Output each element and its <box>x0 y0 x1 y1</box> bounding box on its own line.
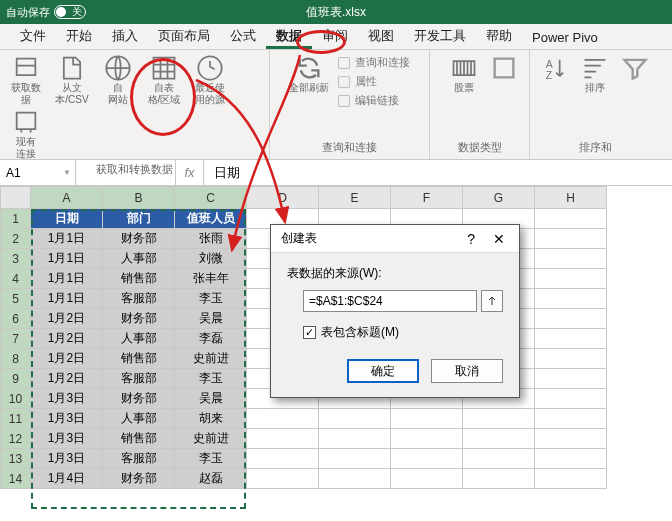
cell[interactable]: 1月2日 <box>31 309 103 329</box>
cell[interactable]: 1月2日 <box>31 349 103 369</box>
tab-审阅[interactable]: 审阅 <box>312 23 358 49</box>
col-header-E[interactable]: E <box>319 187 391 209</box>
cell[interactable]: 财务部 <box>103 469 175 489</box>
cell[interactable]: 1月3日 <box>31 389 103 409</box>
tab-数据[interactable]: 数据 <box>266 23 312 49</box>
cell[interactable]: 客服部 <box>103 289 175 309</box>
ribbon-button-自表格/区域[interactable]: 自表格/区域 <box>142 54 186 106</box>
cell[interactable]: 1月3日 <box>31 449 103 469</box>
ribbon-button-现有连接[interactable]: 现有连接 <box>4 108 48 160</box>
cell[interactable] <box>463 429 535 449</box>
cell[interactable] <box>391 469 463 489</box>
cell[interactable]: 史前进 <box>175 429 247 449</box>
cell[interactable] <box>247 449 319 469</box>
ok-button[interactable]: 确定 <box>347 359 419 383</box>
stocks-button[interactable]: 股票 <box>442 54 486 94</box>
cell[interactable]: 李玉 <box>175 289 247 309</box>
cell[interactable]: 人事部 <box>103 329 175 349</box>
refresh-all-button[interactable]: 全部刷新 <box>287 54 331 109</box>
row-header-8[interactable]: 8 <box>1 349 31 369</box>
cell[interactable]: 人事部 <box>103 249 175 269</box>
cell[interactable]: 1月2日 <box>31 369 103 389</box>
cell[interactable]: 赵磊 <box>175 469 247 489</box>
cell[interactable] <box>391 449 463 469</box>
cell[interactable]: 李磊 <box>175 329 247 349</box>
cell[interactable] <box>535 369 607 389</box>
tab-公式[interactable]: 公式 <box>220 23 266 49</box>
ribbon-button-最近使用的源[interactable]: 最近使用的源 <box>188 54 232 106</box>
ribbon-button-自网站[interactable]: 自网站 <box>96 54 140 106</box>
tab-文件[interactable]: 文件 <box>10 23 56 49</box>
col-header-G[interactable]: G <box>463 187 535 209</box>
row-header-7[interactable]: 7 <box>1 329 31 349</box>
cell[interactable]: 胡来 <box>175 409 247 429</box>
cell[interactable] <box>319 409 391 429</box>
more-datatypes[interactable] <box>490 54 518 94</box>
ribbon-item-属性[interactable]: 属性 <box>335 73 412 90</box>
cell[interactable]: 李玉 <box>175 449 247 469</box>
cell[interactable] <box>391 429 463 449</box>
row-header-11[interactable]: 11 <box>1 409 31 429</box>
sort-asc-button[interactable]: AZ <box>541 54 569 94</box>
cell[interactable]: 刘微 <box>175 249 247 269</box>
cell[interactable] <box>247 409 319 429</box>
cell[interactable]: 史前进 <box>175 349 247 369</box>
cell[interactable]: 销售部 <box>103 269 175 289</box>
cell[interactable] <box>535 209 607 229</box>
col-header-H[interactable]: H <box>535 187 607 209</box>
cell[interactable] <box>319 429 391 449</box>
cell[interactable]: 财务部 <box>103 389 175 409</box>
cell[interactable] <box>535 349 607 369</box>
tab-开始[interactable]: 开始 <box>56 23 102 49</box>
tab-插入[interactable]: 插入 <box>102 23 148 49</box>
headers-checkbox[interactable]: ✓ <box>303 326 316 339</box>
cell[interactable]: 人事部 <box>103 409 175 429</box>
range-picker-icon[interactable] <box>481 290 503 312</box>
col-header-C[interactable]: C <box>175 187 247 209</box>
cell[interactable] <box>535 329 607 349</box>
tab-开发工具[interactable]: 开发工具 <box>404 23 476 49</box>
cell[interactable] <box>247 429 319 449</box>
cell[interactable]: 吴晨 <box>175 309 247 329</box>
cell[interactable]: 李玉 <box>175 369 247 389</box>
row-header-9[interactable]: 9 <box>1 369 31 389</box>
cell[interactable]: 1月1日 <box>31 229 103 249</box>
col-header-D[interactable]: D <box>247 187 319 209</box>
row-header-12[interactable]: 12 <box>1 429 31 449</box>
name-box[interactable]: A1▼ <box>0 160 76 185</box>
fx-icon[interactable]: fx <box>176 160 204 185</box>
row-header-3[interactable]: 3 <box>1 249 31 269</box>
ribbon-item-查询和连接[interactable]: 查询和连接 <box>335 54 412 71</box>
cell[interactable] <box>535 309 607 329</box>
cell[interactable]: 1月2日 <box>31 329 103 349</box>
formula-bar[interactable]: 日期 <box>204 160 672 185</box>
tab-视图[interactable]: 视图 <box>358 23 404 49</box>
cell[interactable]: 张雨 <box>175 229 247 249</box>
cell[interactable] <box>535 429 607 449</box>
close-icon[interactable]: ✕ <box>485 231 513 247</box>
source-input[interactable] <box>303 290 477 312</box>
cell[interactable]: 客服部 <box>103 369 175 389</box>
cell[interactable]: 1月3日 <box>31 429 103 449</box>
filter-button[interactable] <box>621 54 649 94</box>
cell[interactable] <box>319 469 391 489</box>
cell[interactable] <box>463 409 535 429</box>
row-header-5[interactable]: 5 <box>1 289 31 309</box>
cell[interactable] <box>535 449 607 469</box>
row-header-13[interactable]: 13 <box>1 449 31 469</box>
cell[interactable] <box>535 289 607 309</box>
cell[interactable] <box>535 389 607 409</box>
col-header-B[interactable]: B <box>103 187 175 209</box>
cell[interactable] <box>535 249 607 269</box>
row-header-2[interactable]: 2 <box>1 229 31 249</box>
row-header-14[interactable]: 14 <box>1 469 31 489</box>
cell[interactable]: 财务部 <box>103 309 175 329</box>
row-header-4[interactable]: 4 <box>1 269 31 289</box>
cell[interactable]: 值班人员 <box>175 209 247 229</box>
cell[interactable] <box>535 269 607 289</box>
cell[interactable] <box>319 449 391 469</box>
ribbon-button-从文本/CSV[interactable]: 从文本/CSV <box>50 54 94 106</box>
row-header-6[interactable]: 6 <box>1 309 31 329</box>
col-header-F[interactable]: F <box>391 187 463 209</box>
cell[interactable]: 销售部 <box>103 429 175 449</box>
